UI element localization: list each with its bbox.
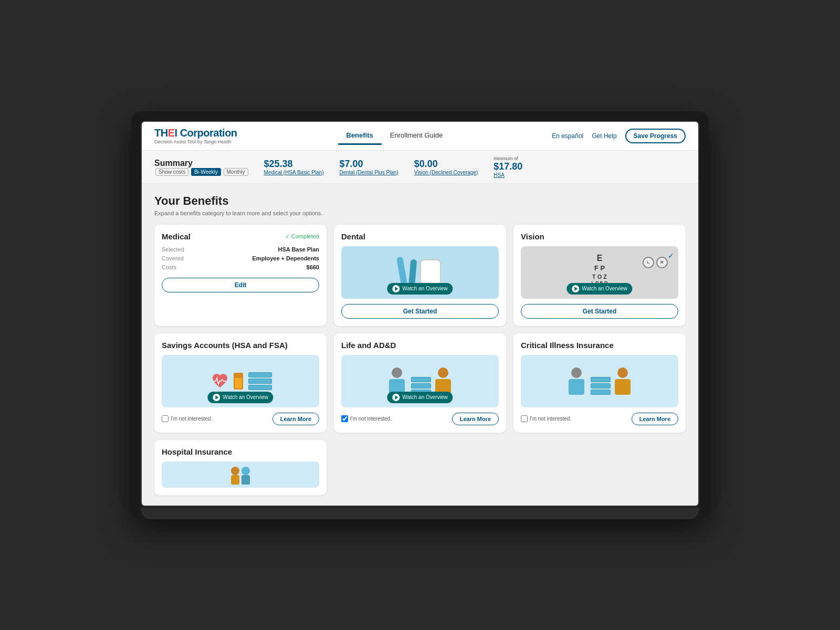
benefits-grid-row3: Hospital Insurance [154,440,686,495]
tab-benefits[interactable]: Benefits [338,127,382,145]
savings-learn-more-button[interactable]: Learn More [272,413,319,425]
play-triangle-life [395,395,398,400]
lens-right: R [656,257,668,268]
life-card-header: Life and AD&D [341,341,499,350]
medical-detail-covered: Covered Employee + Dependents [162,255,319,261]
medical-title: Medical [162,232,191,241]
life-watch-label: Watch an Overview [402,394,447,400]
bill2 [248,379,272,384]
critical-card: Critical Illness Insurance [513,333,686,433]
critical-not-interested-checkbox[interactable] [521,415,528,422]
dental-get-started-button[interactable]: Get Started [341,304,499,319]
life-image-area: Watch an Overview [341,355,499,407]
monthly-toggle[interactable]: Monthly [224,168,248,176]
tab-enrollment-guide[interactable]: Enrollment Guide [382,127,451,145]
dental-amount: $7.00 [339,159,398,170]
vision-check-icon: ✓ [668,251,674,260]
savings-not-interested-text: I'm not interested. [171,416,212,422]
biweekly-toggle[interactable]: Bi-Weekly [191,168,221,176]
life-not-interested-label[interactable]: I'm not interested. [341,415,392,422]
savings-title: Savings Accounts (HSA and FSA) [162,341,288,350]
hospital-title: Hospital Insurance [162,447,232,456]
lens-icons: L R [643,257,668,268]
espanol-link[interactable]: En español [552,132,583,140]
dental-title: Dental [341,232,365,241]
vision-card: Vision E F P T O Z L P E D P E C F D L R [513,225,686,326]
heart-monitor-icon [209,371,230,392]
vision-card-header: Vision [521,232,678,241]
critical-learn-more-button[interactable]: Learn More [632,413,678,425]
dental-watch-label: Watch an Overview [402,286,447,291]
savings-watch-label: Watch an Overview [223,394,268,400]
vision-label[interactable]: Vision (Declined Coverage) [414,170,478,175]
savings-illustration [209,371,272,392]
nav-tabs: Benefits Enrollment Guide [338,127,452,145]
medical-amount: $25.38 [264,159,324,170]
benefits-grid-row1: Medical ✓ Completed Selected HSA Base Pl… [154,225,686,326]
medical-detail-costs: Costs $660 [162,264,319,270]
dental-card: Dental [334,225,506,326]
vision-get-started-button[interactable]: Get Started [521,304,678,319]
hospital-card: Hospital Insurance [154,440,327,495]
summary-bar: Summary Show costs Bi-Weekly Monthly $25… [142,151,698,184]
savings-watch-overlay[interactable]: Watch an Overview [207,392,273,403]
vision-image-area: E F P T O Z L P E D P E C F D L R ✓ [521,246,678,299]
money-stack-critical1 [591,377,611,395]
critical-body-gray [569,379,584,395]
play-icon-vision [572,285,579,292]
person-gray [389,368,405,395]
costs-label: Show costs [155,168,188,176]
critical-not-interested-text: I'm not interested. [530,416,571,422]
selected-value: HSA Base Plan [278,246,319,253]
critical-person-gray [569,368,584,395]
svg-rect-3 [242,475,250,485]
logo-area: THEI Corporation Decision Assist Tool by… [154,127,237,144]
save-progress-button[interactable]: Save Progress [625,129,686,143]
savings-not-interested-checkbox[interactable] [162,415,169,422]
critical-person-orange [615,368,631,395]
play-icon-life [392,394,400,401]
person-head-orange [438,368,448,378]
play-triangle-dental [395,287,398,291]
play-icon-savings [213,394,220,401]
life-not-interested-checkbox[interactable] [341,415,348,422]
life-bill1 [411,377,431,382]
money-stack-savings [248,372,272,390]
check-icon: ✓ [285,233,290,240]
critical-not-interested-label[interactable]: I'm not interested. [521,415,571,422]
medical-label[interactable]: Medical (HSA Basic Plan) [264,170,324,175]
critical-card-header: Critical Illness Insurance [521,341,678,350]
vision-amount: $0.00 [414,159,478,170]
savings-image-area: Watch an Overview [162,355,319,407]
savings-footer: I'm not interested. Learn More [162,413,319,425]
dental-image-area: Watch an Overview [341,246,499,299]
dental-watch-overlay[interactable]: Watch an Overview [387,283,453,295]
logo-subtitle: Decision Assist Tool by Tango Health [154,139,237,144]
hsa-min-label: minimum of [494,156,522,161]
svg-point-0 [231,467,239,475]
summary-hsa: minimum of $17.80 HSA [494,156,522,178]
vision-watch-overlay[interactable]: Watch an Overview [566,283,632,295]
hsa-link[interactable]: HSA [494,172,522,178]
life-watch-overlay[interactable]: Watch an Overview [387,392,453,403]
hospital-image-placeholder [162,461,319,488]
summary-title-area: Summary Show costs Bi-Weekly Monthly [154,159,248,175]
medical-card-header: Medical ✓ Completed [162,232,319,241]
person-head-gray [392,368,402,378]
hospital-illustration-icon [227,466,254,487]
header-right: En español Get Help Save Progress [552,129,686,143]
dental-label[interactable]: Dental (Dental Plus Plan) [339,170,398,175]
life-learn-more-button[interactable]: Learn More [452,413,499,425]
medical-edit-button[interactable]: Edit [162,278,319,292]
critical-head-gray [571,368,582,378]
laptop-base [141,508,699,519]
critical-body-orange [615,379,631,395]
covered-value: Employee + Dependents [253,255,319,261]
get-help-link[interactable]: Get Help [592,132,616,140]
critical-bill1 [591,377,611,382]
critical-bill3 [591,390,611,395]
savings-not-interested-label[interactable]: I'm not interested. [162,415,212,422]
costs-label: Costs [162,264,176,270]
section-subtitle: Expand a benefits category to learn more… [154,210,686,216]
benefits-grid-row2: Savings Accounts (HSA and FSA) [154,333,686,433]
